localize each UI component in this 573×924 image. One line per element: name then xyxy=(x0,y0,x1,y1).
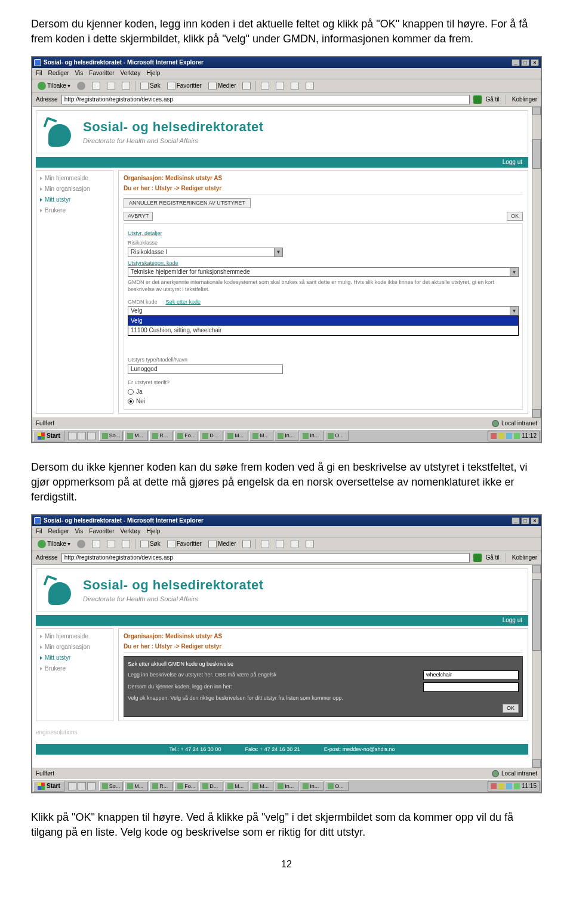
quicklaunch-icon[interactable] xyxy=(68,782,76,790)
start-button[interactable]: Start xyxy=(33,781,64,792)
discuss-button[interactable] xyxy=(304,81,316,91)
task-button[interactable]: R... xyxy=(149,781,173,792)
menu-hjelp[interactable]: Hjelp xyxy=(146,69,160,78)
sidenav-hjemmeside[interactable]: Min hjemmeside xyxy=(36,173,113,184)
menu-vis[interactable]: Vis xyxy=(75,69,84,78)
links-label[interactable]: Koblinger xyxy=(512,95,537,104)
menu-rediger[interactable]: Rediger xyxy=(48,69,69,78)
radio-nei[interactable] xyxy=(128,398,134,404)
sidenav-hjemmeside[interactable]: Min hjemmeside xyxy=(36,631,113,642)
task-button[interactable]: O... xyxy=(325,781,349,792)
history-button[interactable] xyxy=(241,81,252,91)
task-button[interactable]: M... xyxy=(224,431,248,441)
forward-button[interactable] xyxy=(75,81,87,91)
task-button[interactable]: In... xyxy=(275,431,298,441)
edit-button[interactable] xyxy=(289,539,301,549)
discuss-button[interactable] xyxy=(304,539,316,549)
radio-ja[interactable] xyxy=(128,389,134,395)
address-input[interactable]: http://registration/registration/devices… xyxy=(61,95,470,104)
tray-icon[interactable] xyxy=(514,433,520,439)
task-button[interactable]: Fo... xyxy=(174,431,198,441)
refresh-button[interactable] xyxy=(105,81,117,91)
menu-favoritter[interactable]: Favoritter xyxy=(89,527,114,536)
gmdn-option-velg[interactable]: Velg xyxy=(128,316,518,326)
history-button[interactable] xyxy=(241,539,252,549)
sidenav-brukere[interactable]: Brukere xyxy=(36,205,113,216)
task-button[interactable]: So... xyxy=(99,431,124,441)
back-button[interactable]: Tilbake ▾ xyxy=(36,539,72,549)
sidenav-utstyr[interactable]: Mitt utstyr xyxy=(36,194,113,205)
tray-icon[interactable] xyxy=(498,783,504,789)
tray-icon[interactable] xyxy=(514,783,520,789)
close-button[interactable]: × xyxy=(531,517,539,524)
print-button[interactable] xyxy=(274,539,286,549)
stop-button[interactable] xyxy=(90,539,102,549)
vertical-scrollbar[interactable] xyxy=(532,107,541,417)
ok-button-top[interactable]: OK xyxy=(507,212,523,221)
task-button[interactable]: M... xyxy=(249,781,273,792)
gmdn-select[interactable]: Velg▼ xyxy=(128,306,519,316)
task-button[interactable]: So... xyxy=(99,781,124,792)
menu-fil[interactable]: Fil xyxy=(36,69,42,78)
type-input[interactable]: Lunoggod xyxy=(128,364,283,374)
gmdn-option-11100[interactable]: 11100 Cushion, sitting, wheelchair xyxy=(128,326,518,335)
search-button[interactable]: Søk xyxy=(138,539,162,549)
annuller-button[interactable]: ANNULLER REGISTRERINGEN AV UTSTYRET xyxy=(124,198,251,208)
maximize-button[interactable]: □ xyxy=(521,517,529,524)
avbryt-button[interactable]: AVBRYT xyxy=(124,212,153,221)
menu-rediger[interactable]: Rediger xyxy=(48,527,69,536)
task-button[interactable]: M... xyxy=(249,431,273,441)
task-button[interactable]: M... xyxy=(124,781,148,792)
task-button[interactable]: O... xyxy=(325,431,349,441)
vertical-scrollbar[interactable] xyxy=(532,565,541,768)
task-button[interactable]: In... xyxy=(300,431,324,441)
print-button[interactable] xyxy=(274,81,286,91)
media-button[interactable]: Medier xyxy=(207,81,238,91)
sidenav-organisasjon[interactable]: Min organisasjon xyxy=(36,642,113,653)
quicklaunch-icon[interactable] xyxy=(68,432,76,440)
logout-link[interactable]: Logg ut xyxy=(503,617,522,623)
menu-hjelp[interactable]: Hjelp xyxy=(146,527,160,536)
refresh-button[interactable] xyxy=(105,539,117,549)
menu-fil[interactable]: Fil xyxy=(36,527,42,536)
minimize-button[interactable]: _ xyxy=(512,59,520,66)
risiko-select[interactable]: Risikoklasse I▼ xyxy=(128,248,283,257)
search-button[interactable]: Søk xyxy=(138,81,162,91)
task-button[interactable]: In... xyxy=(275,781,298,792)
edit-button[interactable] xyxy=(289,81,301,91)
home-button[interactable] xyxy=(120,81,132,91)
menu-favoritter[interactable]: Favoritter xyxy=(89,69,114,78)
search-code-input[interactable] xyxy=(423,682,519,692)
back-button[interactable]: Tilbake ▾ xyxy=(36,81,72,91)
sidenav-brukere[interactable]: Brukere xyxy=(36,663,113,674)
task-button[interactable]: M... xyxy=(224,781,248,792)
search-desc-input[interactable]: wheelchair xyxy=(423,670,519,680)
task-button[interactable]: R... xyxy=(149,431,173,441)
maximize-button[interactable]: □ xyxy=(521,59,529,66)
task-button[interactable]: In... xyxy=(300,781,324,792)
menu-vis[interactable]: Vis xyxy=(75,527,84,536)
tray-icon[interactable] xyxy=(491,433,497,439)
links-label[interactable]: Koblinger xyxy=(512,554,537,562)
minimize-button[interactable]: _ xyxy=(512,517,520,524)
tray-icon[interactable] xyxy=(506,433,512,439)
quicklaunch-icon[interactable] xyxy=(87,782,96,790)
stop-button[interactable] xyxy=(90,81,102,91)
menu-verktoy[interactable]: Verktøy xyxy=(121,527,141,536)
tray-icon[interactable] xyxy=(506,783,512,789)
go-button[interactable] xyxy=(473,95,482,104)
quicklaunch-icon[interactable] xyxy=(87,432,96,440)
favorites-button[interactable]: Favoritter xyxy=(165,539,204,549)
media-button[interactable]: Medier xyxy=(207,539,238,549)
sidenav-organisasjon[interactable]: Min organisasjon xyxy=(36,184,113,194)
sok-kode-link[interactable]: Søk etter kode xyxy=(166,298,201,306)
task-button[interactable]: Fo... xyxy=(174,781,198,792)
home-button[interactable] xyxy=(120,539,132,549)
address-input[interactable]: http://registration/registration/devices… xyxy=(61,553,470,563)
task-button[interactable]: D... xyxy=(199,431,223,441)
logout-link[interactable]: Logg ut xyxy=(503,159,522,165)
quicklaunch-icon[interactable] xyxy=(78,432,86,440)
tray-icon[interactable] xyxy=(498,433,504,439)
go-button[interactable] xyxy=(473,554,482,562)
mail-button[interactable] xyxy=(259,539,271,549)
